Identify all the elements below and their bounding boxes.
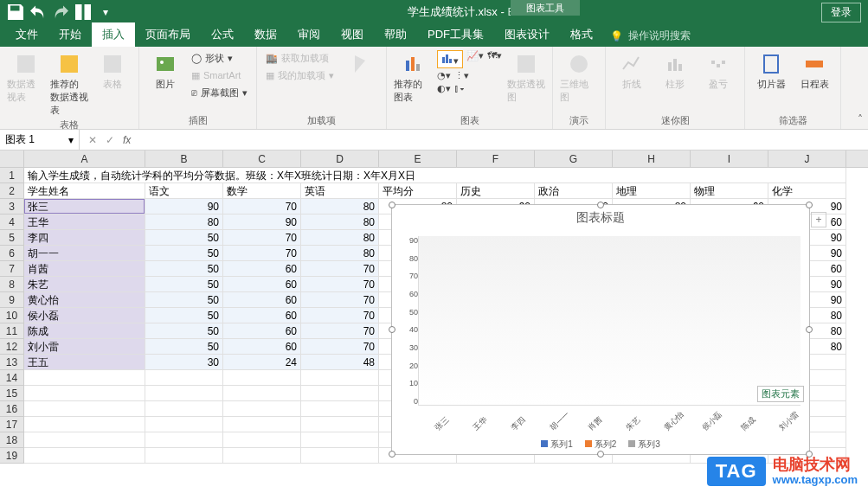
col-head[interactable]: H (613, 150, 691, 167)
col-head[interactable]: I (691, 150, 768, 167)
cell[interactable] (145, 386, 223, 401)
row-head[interactable]: 7 (0, 261, 24, 277)
cell[interactable]: 80 (301, 199, 379, 214)
cell[interactable]: 80 (301, 230, 379, 246)
tab-formulas[interactable]: 公式 (201, 22, 244, 47)
row-head[interactable]: 9 (0, 292, 24, 308)
row-head[interactable]: 18 (0, 432, 24, 448)
row-head[interactable]: 14 (0, 370, 24, 386)
bing-button[interactable] (341, 50, 379, 78)
tab-file[interactable]: 文件 (5, 22, 48, 47)
collapse-ribbon-icon[interactable]: ˄ (858, 113, 863, 125)
cell[interactable] (301, 417, 379, 432)
cell[interactable]: 70 (223, 199, 301, 214)
resize-handle[interactable] (389, 326, 395, 333)
cell[interactable] (24, 401, 145, 417)
cell[interactable] (301, 401, 379, 417)
cell[interactable] (301, 370, 379, 386)
row-head[interactable]: 3 (0, 199, 24, 214)
resize-handle[interactable] (806, 202, 813, 208)
qat-customize-icon[interactable]: ▾ (95, 3, 116, 22)
redo-icon[interactable] (50, 3, 71, 22)
cell[interactable]: 李四 (24, 230, 145, 246)
cell[interactable]: 50 (145, 246, 223, 261)
cell[interactable]: 地理 (613, 183, 691, 199)
chart-plot-area[interactable]: 9080706050403020100 (418, 236, 800, 406)
tab-insert[interactable]: 插入 (92, 22, 135, 47)
cell[interactable]: 学生姓名 (24, 183, 145, 199)
row-head[interactable]: 11 (0, 323, 24, 339)
col-head[interactable]: B (145, 150, 223, 167)
row-head[interactable]: 1 (0, 168, 24, 183)
row-head[interactable]: 17 (0, 417, 24, 432)
sparkline-line-button[interactable]: 折线 (613, 50, 651, 91)
col-head[interactable]: A (24, 150, 145, 167)
cell[interactable] (145, 370, 223, 386)
col-head[interactable]: E (379, 150, 457, 167)
row-head[interactable]: 5 (0, 230, 24, 246)
row-head[interactable]: 6 (0, 246, 24, 261)
cell[interactable]: 70 (223, 230, 301, 246)
row-head[interactable]: 16 (0, 401, 24, 417)
tab-data[interactable]: 数据 (244, 22, 287, 47)
cell[interactable]: 24 (223, 355, 301, 370)
cell[interactable] (223, 401, 301, 417)
slicer-button[interactable]: 切片器 (752, 50, 790, 91)
cell[interactable]: 平均分 (379, 183, 457, 199)
cell[interactable] (145, 401, 223, 417)
row-head[interactable]: 12 (0, 339, 24, 355)
cell[interactable]: 70 (301, 277, 379, 292)
cell[interactable]: 朱艺 (24, 277, 145, 292)
cell[interactable]: 黄心怡 (24, 292, 145, 308)
cell[interactable] (223, 417, 301, 432)
cell[interactable]: 80 (301, 246, 379, 261)
timeline-button[interactable]: 日程表 (795, 50, 833, 91)
login-button[interactable]: 登录 (821, 3, 861, 22)
shapes-button[interactable]: ◯形状 ▾ (190, 50, 249, 66)
cell[interactable]: 60 (223, 308, 301, 323)
get-addins-button[interactable]: 🏬获取加载项 (264, 50, 336, 66)
cell[interactable] (24, 386, 145, 401)
cell[interactable]: 50 (145, 323, 223, 339)
cell[interactable] (301, 448, 379, 464)
resize-handle[interactable] (806, 326, 813, 333)
embedded-chart[interactable]: + 图表标题 9080706050403020100 张三王华李四胡一一肖茜朱艺… (391, 204, 810, 455)
cell[interactable]: 王五 (24, 355, 145, 370)
combo-chart-button[interactable]: ⫿▾ (454, 83, 465, 94)
cell[interactable]: 50 (145, 292, 223, 308)
cancel-icon[interactable]: ✕ (88, 134, 97, 146)
cell[interactable]: 刘小雷 (24, 339, 145, 355)
tab-view[interactable]: 视图 (331, 22, 374, 47)
cell[interactable]: 80 (145, 214, 223, 230)
enter-icon[interactable]: ✓ (106, 134, 114, 146)
cell[interactable] (223, 370, 301, 386)
cell[interactable]: 60 (223, 339, 301, 355)
resize-handle[interactable] (389, 451, 395, 458)
row-head[interactable]: 8 (0, 277, 24, 292)
tell-me[interactable]: 💡操作说明搜索 (603, 25, 698, 47)
undo-icon[interactable] (28, 3, 48, 22)
cell[interactable] (24, 432, 145, 448)
cell[interactable]: 历史 (457, 183, 535, 199)
recommended-charts-button[interactable]: 推荐的 图表 (394, 50, 432, 104)
cell[interactable]: 30 (145, 355, 223, 370)
row-head[interactable]: 15 (0, 386, 24, 401)
resize-handle[interactable] (389, 202, 395, 208)
chart-title[interactable]: 图表标题 (392, 205, 809, 231)
recommended-pivot-button[interactable]: 推荐的 数据透视表 (50, 50, 88, 117)
cell[interactable] (145, 417, 223, 432)
tab-home[interactable]: 开始 (48, 22, 92, 47)
pivotchart-button[interactable]: 数据透视图 (507, 50, 545, 104)
row-head[interactable]: 4 (0, 214, 24, 230)
col-head[interactable]: J (768, 150, 846, 167)
tab-review[interactable]: 审阅 (287, 22, 331, 47)
cell[interactable]: 60 (223, 323, 301, 339)
column-chart-button[interactable]: ▾ (437, 50, 463, 68)
cell[interactable]: 化学 (768, 183, 846, 199)
table-button[interactable]: 表格 (93, 50, 132, 91)
col-head[interactable]: D (301, 150, 379, 167)
cell[interactable] (145, 448, 223, 464)
cell[interactable]: 90 (223, 214, 301, 230)
col-head[interactable]: C (223, 150, 301, 167)
cell[interactable] (223, 432, 301, 448)
